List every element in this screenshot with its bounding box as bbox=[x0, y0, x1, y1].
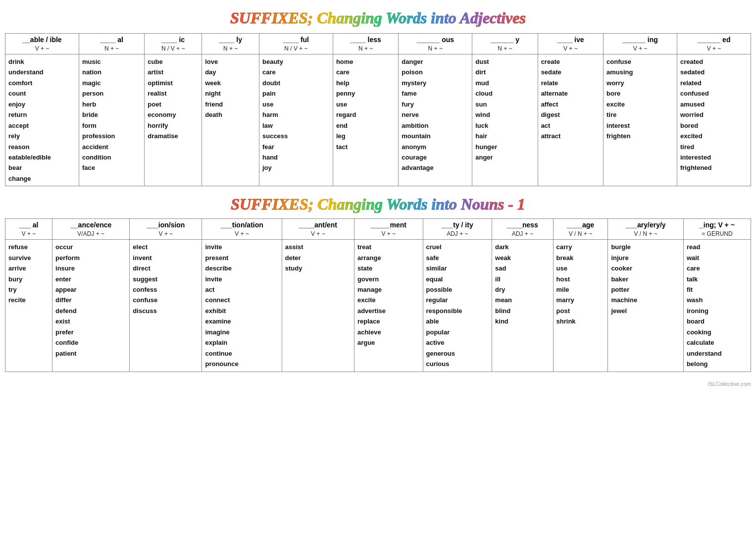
list-item: present bbox=[205, 253, 278, 263]
list-item: tired bbox=[680, 142, 748, 152]
list-item: cube bbox=[148, 56, 199, 67]
list-item: act bbox=[205, 284, 278, 295]
adj-header-col-9: ______ ingV + ~ bbox=[604, 34, 677, 54]
list-item: accept bbox=[8, 120, 76, 131]
list-item: mean bbox=[495, 295, 550, 305]
noun-header-col-10: _ing; V + ~= GERUND bbox=[683, 219, 751, 240]
list-item: care bbox=[687, 263, 748, 273]
list-item: bury bbox=[8, 274, 49, 284]
list-item: replace bbox=[357, 316, 420, 326]
adj-word-cell-9: confuseamusingworryboreexcitetireinteres… bbox=[604, 54, 677, 186]
section-nouns: SUFFIXES; Changing Words into Nouns - 1 … bbox=[5, 195, 751, 372]
list-item: belong bbox=[687, 359, 748, 369]
list-item: wash bbox=[687, 295, 748, 305]
list-item: relate bbox=[541, 78, 600, 88]
list-item: direct bbox=[133, 263, 199, 273]
list-item: leg bbox=[336, 131, 395, 141]
list-item: dirt bbox=[475, 67, 534, 77]
list-item: count bbox=[8, 88, 76, 99]
list-item: describe bbox=[205, 263, 278, 273]
list-item: poet bbox=[148, 99, 199, 109]
list-item: similar bbox=[426, 263, 489, 273]
list-item: injure bbox=[611, 253, 680, 263]
list-item: refuse bbox=[8, 242, 49, 252]
list-item: tact bbox=[336, 142, 395, 152]
list-item: discuss bbox=[133, 306, 199, 316]
list-item: exist bbox=[55, 316, 126, 326]
adj-word-cell-0: drinkunderstandcomfortcountenjoyreturnac… bbox=[5, 54, 79, 186]
list-item: doubt bbox=[262, 78, 330, 88]
list-item: wait bbox=[687, 253, 748, 263]
adj-header-col-3: ____ lyN + ~ bbox=[202, 34, 259, 54]
list-item: deter bbox=[285, 253, 351, 263]
list-item: optimist bbox=[148, 78, 199, 88]
list-item: beauty bbox=[262, 56, 330, 67]
list-item: understand bbox=[8, 67, 76, 77]
noun-header-col-8: ____ageV / N + ~ bbox=[553, 219, 608, 240]
list-item: change bbox=[8, 173, 76, 184]
noun-word-cell-5: treatarrangestategovernmanageexciteadver… bbox=[354, 240, 423, 372]
list-item: excited bbox=[680, 131, 748, 141]
list-item: care bbox=[336, 67, 395, 77]
list-item: economy bbox=[148, 109, 199, 120]
noun-header-col-2: ___ion/sionV + ~ bbox=[130, 219, 202, 240]
list-item: curious bbox=[426, 359, 489, 369]
list-item: person bbox=[82, 88, 141, 99]
list-item: anger bbox=[475, 152, 534, 162]
list-item: mystery bbox=[402, 78, 469, 88]
list-item: drink bbox=[8, 56, 76, 67]
noun-word-cell-10: readwaitcaretalkfitwashironingboardcooki… bbox=[683, 240, 751, 372]
list-item: popular bbox=[426, 327, 489, 337]
adj-word-cell-10: createdsedatedrelatedconfusedamusedworri… bbox=[677, 54, 751, 186]
list-item: attract bbox=[541, 131, 600, 141]
adjectives-table: __able / ibleV + ~____ alN + ~____ icN /… bbox=[5, 33, 751, 186]
list-item: cruel bbox=[426, 242, 489, 252]
list-item: nation bbox=[82, 67, 141, 77]
list-item: worried bbox=[680, 109, 748, 120]
noun-word-cell-4: assistdeterstudy bbox=[282, 240, 354, 372]
section-adjectives: SUFFIXES; Changing Words into Adjectives… bbox=[5, 9, 751, 186]
list-item: created bbox=[680, 56, 748, 67]
list-item: confused bbox=[680, 88, 748, 99]
list-item: advertise bbox=[357, 306, 420, 316]
list-item: manage bbox=[357, 284, 420, 295]
list-item: host bbox=[556, 274, 605, 284]
list-item: connect bbox=[205, 295, 278, 305]
adj-word-cell-5: homecarehelppennyuseregardendlegtact bbox=[333, 54, 398, 186]
noun-word-cell-6: cruelsafesimilarequalpossibleregularresp… bbox=[423, 240, 492, 372]
adj-header-col-8: ____ iveV + ~ bbox=[538, 34, 603, 54]
list-item: confide bbox=[55, 337, 126, 348]
list-item: responsible bbox=[426, 306, 489, 316]
list-item: generous bbox=[426, 348, 489, 359]
list-item: use bbox=[556, 263, 605, 273]
list-item: fame bbox=[402, 88, 469, 99]
list-item: bride bbox=[82, 109, 141, 120]
adj-word-cell-6: dangerpoisonmysteryfamefurynerveambition… bbox=[399, 54, 472, 186]
list-item: harm bbox=[262, 109, 330, 120]
title-nouns: SUFFIXES; Changing Words into Nouns - 1 bbox=[5, 195, 751, 214]
list-item: confuse bbox=[606, 56, 674, 67]
list-item: board bbox=[687, 316, 748, 326]
list-item: interest bbox=[606, 120, 674, 131]
list-item: arrange bbox=[357, 253, 420, 263]
adj-word-cell-3: lovedayweeknightfrienddeath bbox=[202, 54, 259, 186]
adj-header-col-10: ______ edV + ~ bbox=[677, 34, 751, 54]
list-item: week bbox=[205, 78, 256, 88]
list-item: pain bbox=[262, 88, 330, 99]
list-item: sad bbox=[495, 263, 550, 273]
list-item: condition bbox=[82, 152, 141, 162]
list-item: magic bbox=[82, 78, 141, 88]
list-item: invent bbox=[133, 253, 199, 263]
list-item: form bbox=[82, 120, 141, 131]
adj-word-cell-1: musicnationmagicpersonherbbrideformprofe… bbox=[79, 54, 144, 186]
list-item: understand bbox=[687, 348, 748, 359]
list-item: talk bbox=[687, 274, 748, 284]
adj-header-col-6: ______ ousN + ~ bbox=[399, 34, 472, 54]
list-item: marry bbox=[556, 295, 605, 305]
list-item: enter bbox=[55, 274, 126, 284]
list-item: insure bbox=[55, 263, 126, 273]
list-item: sedated bbox=[680, 67, 748, 77]
list-item: alternate bbox=[541, 88, 600, 99]
list-item: regular bbox=[426, 295, 489, 305]
list-item: use bbox=[336, 99, 395, 109]
